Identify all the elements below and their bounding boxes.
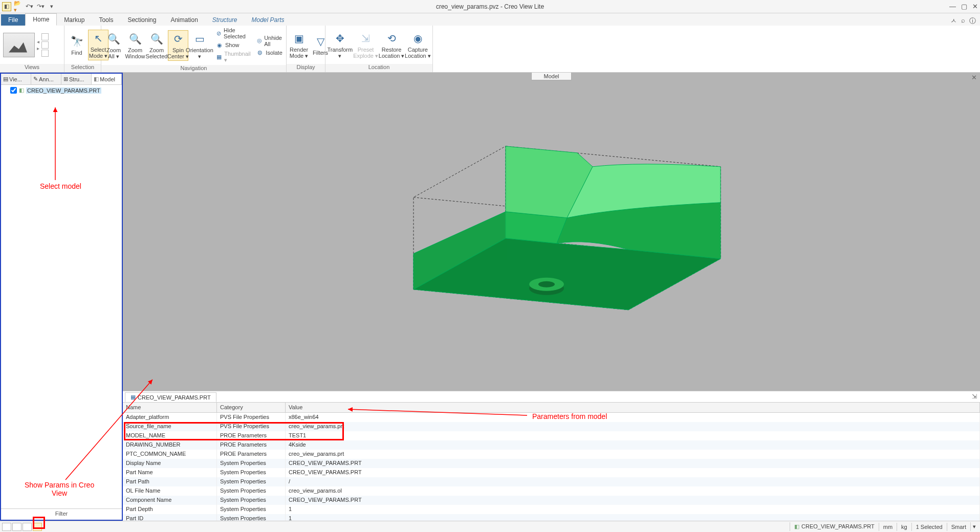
cell-name: MODEL_NAME	[123, 431, 217, 440]
ribbon-collapse-icon[interactable]: ㅅ	[950, 16, 957, 26]
orientation-button[interactable]: ▭Orientation ▾	[189, 31, 210, 60]
table-row[interactable]: Part DepthSystem Properties1	[123, 505, 980, 514]
redo-icon[interactable]: ↷▾	[36, 2, 45, 11]
view-thumbnail[interactable]	[3, 33, 35, 57]
tab-animation[interactable]: Animation	[163, 14, 205, 26]
left-tab-model[interactable]: ◧Model	[92, 74, 122, 84]
table-row[interactable]: PTC_COMMON_NAMEPROE Parameterscreo_view_…	[123, 450, 980, 459]
table-row[interactable]: MODEL_NAMEPROE ParametersTEST1	[123, 431, 980, 440]
search-icon[interactable]: ⌕	[961, 16, 965, 26]
cell-category: System Properties	[217, 514, 286, 521]
tab-markup[interactable]: Markup	[57, 14, 92, 26]
left-tab-structure[interactable]: ⊞Stru...	[61, 74, 92, 84]
table-row[interactable]: Display NameSystem PropertiesCREO_VIEW_P…	[123, 459, 980, 468]
open-icon[interactable]: 📂▾	[13, 2, 23, 11]
view-grid-icon[interactable]	[41, 33, 49, 40]
qat-dropdown-icon[interactable]: ▾	[47, 2, 56, 11]
svg-point-6	[538, 281, 555, 287]
table-row[interactable]: Part PathSystem Properties/	[123, 477, 980, 486]
table-row[interactable]: OL File NameSystem Propertiescreo_view_p…	[123, 486, 980, 496]
orientation-icon: ▭	[192, 32, 207, 46]
left-tab-views[interactable]: ▤Vie...	[1, 74, 31, 84]
table-row[interactable]: Adapter_platformPVS File Propertiesx86e_…	[123, 413, 980, 422]
layout-4-button[interactable]	[33, 523, 42, 531]
tab-file[interactable]: File	[1, 14, 25, 26]
status-smart[interactable]: Smart	[947, 523, 970, 531]
table-row[interactable]: DRAWING_NUMBERPROE Parameters4Kside	[123, 440, 980, 450]
cell-value: CREO_VIEW_PARAMS.PRT	[286, 468, 980, 477]
zoom-all-button[interactable]: 🔍Zoom All ▾	[103, 31, 124, 60]
tree-checkbox[interactable]	[10, 87, 17, 94]
minimize-icon[interactable]: —	[949, 3, 956, 10]
status-units-mm[interactable]: mm	[879, 523, 897, 531]
cell-value: CREO_VIEW_PARAMS.PRT	[286, 459, 980, 468]
cell-value: creo_view_params.prt	[286, 450, 980, 459]
status-dropdown-icon[interactable]: ▾	[970, 522, 978, 531]
transform-button[interactable]: ✥Transform ▾	[328, 30, 353, 60]
view-grid-icon[interactable]	[41, 41, 49, 49]
cell-name: Part ID	[123, 514, 217, 521]
help-icon[interactable]: ⓘ	[969, 16, 976, 26]
layout-3-button[interactable]	[23, 523, 32, 531]
props-tab-icon: ▦	[130, 394, 136, 401]
title-bar: ◧ 📂▾ ↶▾ ↷▾ ▾ creo_view_params.pvz - Creo…	[0, 0, 980, 13]
zoom-window-button[interactable]: 🔍Zoom Window	[125, 31, 145, 60]
left-tab-annotations[interactable]: ✎Ann...	[31, 74, 61, 84]
capture-location-button[interactable]: ◉Capture Location ▾	[405, 30, 430, 60]
cell-name: OL File Name	[123, 486, 217, 496]
close-icon[interactable]: ✕	[972, 3, 978, 10]
find-button[interactable]: 🔭Find	[67, 33, 87, 57]
cell-name: Part Path	[123, 477, 217, 486]
viewport-close-icon[interactable]: ✕	[971, 74, 977, 81]
cell-category: System Properties	[217, 468, 286, 477]
tree-node-root[interactable]: ◧ CREO_VIEW_PARAMS.PRT	[3, 87, 120, 94]
capture-icon: ◉	[410, 31, 425, 46]
table-row[interactable]: Source_file_namePVS File Propertiescreo_…	[123, 422, 980, 431]
viewport-tab[interactable]: Model	[531, 73, 572, 80]
table-row[interactable]: Part NameSystem PropertiesCREO_VIEW_PARA…	[123, 468, 980, 477]
properties-panel: ▦CREO_VIEW_PARAMS.PRT ⇲ Name Category Va…	[123, 391, 980, 521]
tab-structure[interactable]: Structure	[205, 14, 245, 26]
col-category[interactable]: Category	[217, 403, 286, 412]
props-tab[interactable]: ▦CREO_VIEW_PARAMS.PRT	[125, 392, 216, 402]
col-name[interactable]: Name	[123, 403, 217, 412]
tab-home[interactable]: Home	[25, 13, 57, 26]
restore-location-button[interactable]: ⟲Restore Location ▾	[379, 30, 404, 60]
show-button[interactable]: ◉Show	[214, 41, 253, 49]
maximize-icon[interactable]: ▢	[961, 3, 967, 10]
pin-icon[interactable]: ⇲	[972, 393, 977, 400]
ribbon: ◂▸ Views 🔭Find ↖Select Mode ▾ Selection …	[0, 26, 980, 73]
tab-model-parts[interactable]: Model Parts	[245, 14, 292, 26]
tab-sectioning[interactable]: Sectioning	[120, 14, 163, 26]
status-units-kg[interactable]: kg	[897, 523, 911, 531]
views-tab-icon: ▤	[3, 76, 8, 82]
cell-value: 4Kside	[286, 440, 980, 450]
unhide-all-button[interactable]: ◎Unhide All	[254, 34, 286, 48]
part-icon: ◧	[794, 523, 799, 529]
viewport-3d[interactable]: Model ✕	[123, 73, 980, 391]
view-grid-icon[interactable]	[41, 50, 49, 57]
layout-1-button[interactable]	[2, 523, 11, 531]
left-panel: ▤Vie... ✎Ann... ⊞Stru... ◧Model ◧ CREO_V…	[0, 73, 123, 521]
render-mode-button[interactable]: ▣Render Mode ▾	[289, 30, 309, 60]
zoom-selected-button[interactable]: 🔍Zoom Selected	[146, 31, 167, 60]
ann-tab-icon: ✎	[33, 76, 38, 82]
group-selection: Selection	[64, 64, 101, 72]
undo-icon[interactable]: ↶▾	[25, 2, 34, 11]
cell-category: System Properties	[217, 477, 286, 486]
filter-bar[interactable]: Filter	[1, 508, 122, 520]
cell-value: CREO_VIEW_PARAMS.PRT	[286, 496, 980, 505]
tab-tools[interactable]: Tools	[92, 14, 120, 26]
spin-center-button[interactable]: ⟳Spin Center ▾	[168, 30, 188, 61]
table-row[interactable]: Part IDSystem Properties1	[123, 514, 980, 521]
col-value[interactable]: Value	[286, 403, 980, 412]
cell-value: 1	[286, 514, 980, 521]
hide-selected-button[interactable]: ⊘Hide Selected	[214, 27, 253, 40]
cell-category: System Properties	[217, 505, 286, 514]
status-selection: 1 Selected	[911, 523, 947, 531]
preset-explode-button[interactable]: ⇲Preset Explode ▾	[354, 30, 378, 60]
isolate-button[interactable]: ◍Isolate	[254, 49, 286, 57]
layout-2-button[interactable]	[12, 523, 21, 531]
table-row[interactable]: Component NameSystem PropertiesCREO_VIEW…	[123, 496, 980, 505]
thumbnail-button[interactable]: ▦Thumbnail ▾	[214, 50, 253, 64]
